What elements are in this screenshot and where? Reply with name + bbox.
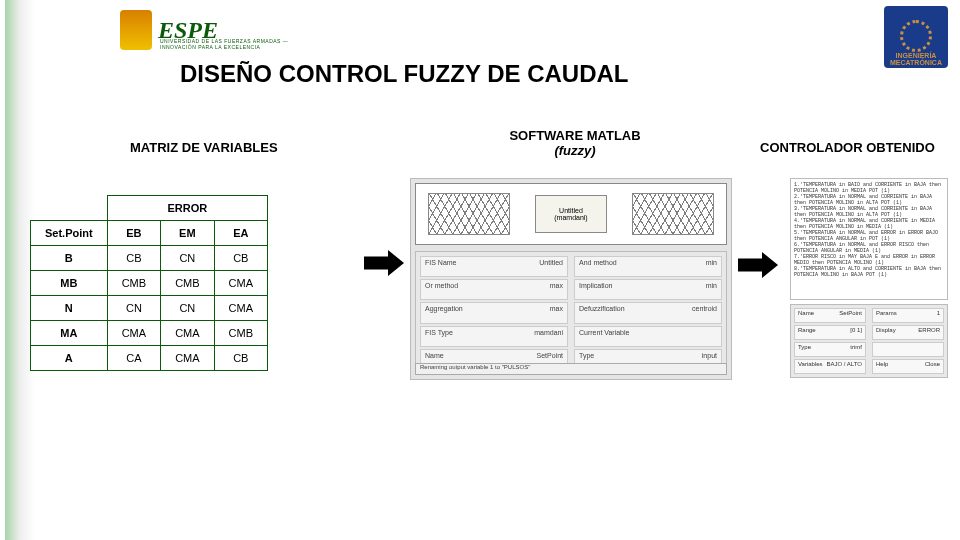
slide-title: DISEÑO CONTROL FUZZY DE CAUDAL	[180, 60, 628, 88]
matrix-row-name: N	[31, 296, 108, 321]
arrow-icon	[364, 250, 404, 276]
property-row: FIS Typemamdani	[420, 326, 568, 347]
matlab-properties-grid: FIS NameUntitledAnd methodminOr methodma…	[415, 251, 727, 375]
property-row: FIS NameUntitled	[420, 256, 568, 277]
matrix-col-0: EB	[107, 221, 160, 246]
matrix-cell: CB	[107, 246, 160, 271]
matrix-row-name: B	[31, 246, 108, 271]
badge-line1: INGENIERÍA	[896, 52, 937, 59]
variable-properties-panel: NameSetPointParams1Range[0 1]DisplayERRO…	[790, 304, 948, 378]
espe-logo-subtext: UNIVERSIDAD DE LAS FUERZAS ARMADAS — INN…	[160, 38, 320, 50]
section-label-controlador: CONTROLADOR OBTENIDO	[760, 140, 935, 155]
table-row: NCNCNCMA	[31, 296, 268, 321]
property-cell: VariablesBAJO / ALTO	[794, 359, 866, 374]
matrix-cell: CMA	[214, 271, 267, 296]
matrix-cell: CN	[107, 296, 160, 321]
property-cell: Range[0 1]	[794, 325, 866, 340]
mecatronica-badge: INGENIERÍA MECATRÓNICA	[884, 6, 948, 68]
matlab-fuzzy-panel: Untitled (mamdani) FIS NameUntitledAnd m…	[410, 178, 732, 380]
property-row: And methodmin	[574, 256, 722, 277]
property-row: Current Variable	[574, 326, 722, 347]
matrix-cell: CMA	[161, 321, 214, 346]
rule-line: 6.'TEMPERATURA in NORMAL and ERROR RISCO…	[794, 242, 944, 254]
matrix-col-1: EM	[161, 221, 214, 246]
matrix-cell: CB	[214, 346, 267, 371]
section-label-software: SOFTWARE MATLAB (fuzzy)	[490, 128, 660, 158]
property-cell: HelpClose	[872, 359, 944, 374]
matrix-cell: CMA	[107, 321, 160, 346]
table-row: ACACMACB	[31, 346, 268, 371]
fis-block: Untitled (mamdani)	[535, 195, 607, 233]
property-row: Aggregationmax	[420, 302, 568, 323]
rule-line: 2.'TEMPERATURA in NORMAL and CORRIENTE i…	[794, 194, 944, 206]
arrow-icon	[738, 252, 778, 278]
property-cell: Params1	[872, 308, 944, 323]
matrix-cell: CN	[161, 246, 214, 271]
matrix-cell: CMB	[214, 321, 267, 346]
matrix-row-name: MA	[31, 321, 108, 346]
matrix-row-name: A	[31, 346, 108, 371]
table-row: MACMACMACMB	[31, 321, 268, 346]
matrix-cell: CMB	[161, 271, 214, 296]
espe-logo: ESPE UNIVERSIDAD DE LAS FUERZAS ARMADAS …	[120, 8, 320, 52]
badge-line2: MECATRÓNICA	[890, 59, 942, 66]
property-row: Implicationmin	[574, 279, 722, 300]
rule-line: 1.'TEMPERATURA in BAIO and CORRIENTE in …	[794, 182, 944, 194]
input-mf-plot	[428, 193, 510, 235]
rules-listing: 1.'TEMPERATURA in BAIO and CORRIENTE in …	[790, 178, 948, 300]
variable-matrix: ERROR Set.Point EB EM EA BCBCNCBMBCMBCMB…	[30, 195, 268, 371]
matrix-cell: CA	[107, 346, 160, 371]
property-cell: NameSetPoint	[794, 308, 866, 323]
section-label-matriz: MATRIZ DE VARIABLES	[130, 140, 278, 155]
property-cell: DisplayERROR	[872, 325, 944, 340]
rule-line: 8.'TEMPERATURA in ALTO and CORRIENTE in …	[794, 266, 944, 278]
table-row: BCBCNCB	[31, 246, 268, 271]
software-l1: SOFTWARE MATLAB	[509, 128, 640, 143]
matrix-cell: CB	[214, 246, 267, 271]
output-mf-plot	[632, 193, 714, 235]
matrix-cell: CN	[161, 296, 214, 321]
matrix-row-header: Set.Point	[31, 221, 108, 246]
matrix-row-name: MB	[31, 271, 108, 296]
rule-line: 7.'ERROR RISCO in MAY BAJA E and ERROR i…	[794, 254, 944, 266]
rule-line: 5.'TEMPERATURA in NORMAL and ERROR in ER…	[794, 230, 944, 242]
fis-type: (mamdani)	[554, 214, 587, 221]
matrix-error-header: ERROR	[107, 196, 267, 221]
matrix-col-2: EA	[214, 221, 267, 246]
software-l2: (fuzzy)	[554, 143, 595, 158]
matlab-diagram: Untitled (mamdani)	[415, 183, 727, 245]
matrix-cell: CMB	[107, 271, 160, 296]
rule-line: 4.'TEMPERATURA in NORMAL and CORRIENTE i…	[794, 218, 944, 230]
property-cell: Typetrimf	[794, 342, 866, 357]
fis-name: Untitled	[559, 207, 583, 214]
property-row: Or methodmax	[420, 279, 568, 300]
matrix-cell: CMA	[161, 346, 214, 371]
property-row: Defuzzificationcentroid	[574, 302, 722, 323]
property-cell	[872, 342, 944, 357]
rule-line: 3.'TEMPERATURA in NORMAL and CORRIENTE i…	[794, 206, 944, 218]
matlab-status-bar: Renaming output variable 1 to "PULSOS"	[415, 363, 727, 375]
gear-icon	[900, 20, 932, 52]
table-row: MBCMBCMBCMA	[31, 271, 268, 296]
espe-crest-icon	[120, 10, 152, 50]
matrix-cell: CMA	[214, 296, 267, 321]
